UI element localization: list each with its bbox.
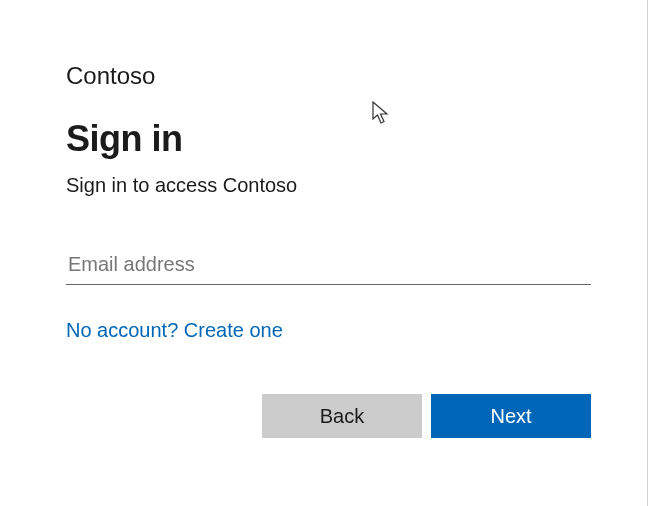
page-subtitle: Sign in to access Contoso [66,174,595,197]
page-title: Sign in [66,118,595,160]
email-input[interactable] [66,249,591,285]
next-button[interactable]: Next [431,394,591,438]
create-account-link[interactable]: No account? Create one [66,319,283,341]
back-button[interactable]: Back [262,394,422,438]
brand-name: Contoso [66,62,595,90]
right-divider [647,0,648,506]
